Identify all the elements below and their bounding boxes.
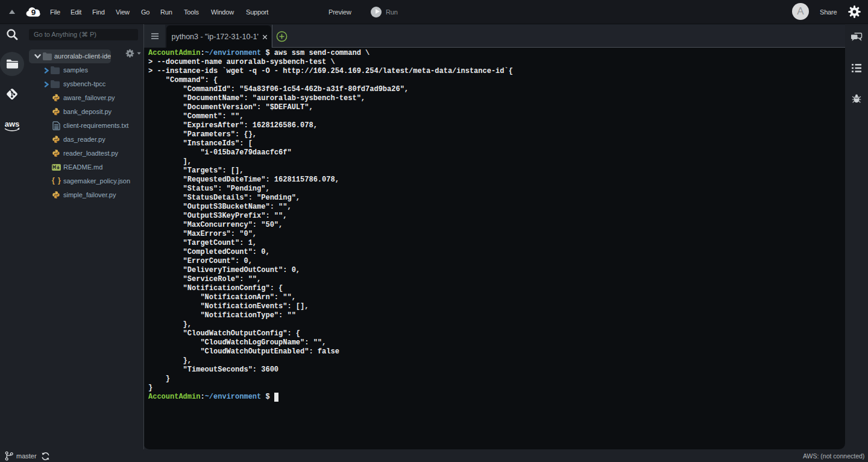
svg-text:aws: aws <box>5 119 20 128</box>
svg-text:9: 9 <box>31 8 36 17</box>
